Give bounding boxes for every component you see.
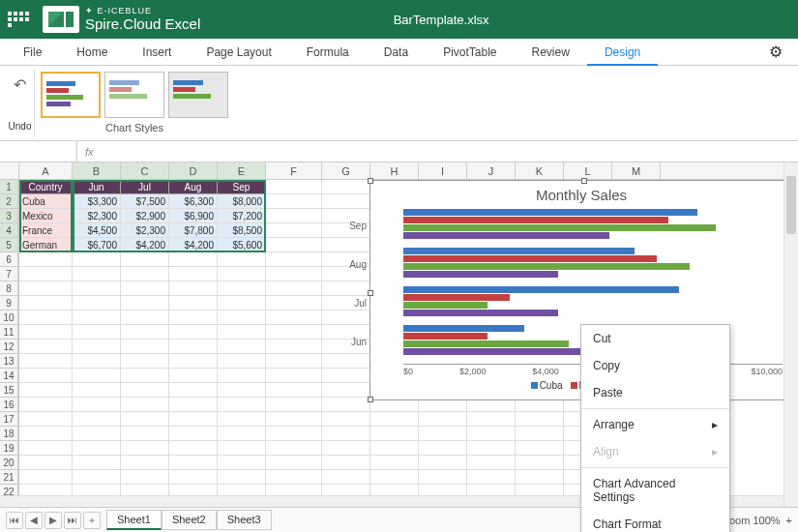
apps-icon[interactable] <box>0 4 39 35</box>
cell[interactable] <box>218 340 266 354</box>
cell[interactable] <box>218 252 266 267</box>
cell[interactable] <box>322 383 370 398</box>
cell[interactable] <box>19 281 73 296</box>
cell[interactable]: $2,300 <box>121 223 169 238</box>
cell[interactable] <box>121 252 169 267</box>
cell[interactable] <box>218 456 266 470</box>
cell[interactable] <box>266 296 322 310</box>
chart-style-1[interactable] <box>41 72 101 118</box>
cell[interactable] <box>322 470 370 485</box>
cell[interactable] <box>169 281 218 296</box>
cell[interactable] <box>266 383 322 398</box>
context-copy[interactable]: Copy <box>581 352 729 379</box>
cell[interactable] <box>266 281 322 296</box>
chart-bar[interactable] <box>403 302 488 309</box>
cell[interactable] <box>169 412 218 427</box>
menu-design[interactable]: Design <box>587 39 658 66</box>
cell[interactable]: $6,700 <box>73 238 121 252</box>
cell[interactable] <box>266 412 322 427</box>
cell[interactable] <box>121 398 169 412</box>
cell[interactable] <box>169 456 218 470</box>
vertical-scrollbar[interactable] <box>783 163 798 507</box>
cell[interactable] <box>266 209 322 223</box>
column-header[interactable]: F <box>266 163 322 179</box>
column-header[interactable]: J <box>467 163 516 179</box>
cell[interactable]: Jun <box>73 180 121 194</box>
context-chart-format[interactable]: Chart Format <box>581 511 729 532</box>
cell[interactable] <box>121 412 169 427</box>
cell[interactable] <box>218 383 266 398</box>
cell[interactable]: German <box>19 238 73 252</box>
menu-pivottable[interactable]: PivotTable <box>426 39 514 66</box>
cell[interactable] <box>322 369 370 383</box>
cell[interactable] <box>19 383 73 398</box>
cell[interactable] <box>19 427 73 441</box>
column-header[interactable]: K <box>516 163 564 179</box>
cell[interactable] <box>169 441 218 456</box>
cell[interactable]: $6,300 <box>169 194 218 209</box>
cell[interactable]: $7,500 <box>121 194 169 209</box>
cell[interactable] <box>266 252 322 267</box>
column-header[interactable]: L <box>564 163 612 179</box>
cell[interactable] <box>516 427 564 441</box>
column-header[interactable]: C <box>121 163 169 179</box>
context-paste[interactable]: Paste <box>581 379 729 406</box>
cell[interactable] <box>19 441 73 456</box>
cell[interactable] <box>218 427 266 441</box>
cell[interactable] <box>169 340 218 354</box>
zoom-in-button[interactable]: + <box>786 515 792 526</box>
add-sheet-button[interactable]: ＋ <box>83 512 101 529</box>
cell[interactable] <box>169 325 218 340</box>
settings-icon[interactable]: ⚙ <box>759 43 792 61</box>
cell[interactable]: Sep <box>218 180 266 194</box>
cell[interactable] <box>73 398 121 412</box>
cell[interactable]: $2,900 <box>121 209 169 223</box>
cell[interactable] <box>19 354 73 369</box>
cell[interactable] <box>19 470 73 485</box>
chart-bar[interactable] <box>403 294 510 301</box>
cell[interactable] <box>467 456 516 470</box>
cell[interactable] <box>370 470 419 485</box>
cell[interactable] <box>73 383 121 398</box>
cell[interactable]: $7,200 <box>218 209 266 223</box>
cell[interactable]: Country <box>19 180 73 194</box>
cell[interactable] <box>19 252 73 267</box>
cell[interactable] <box>266 194 322 209</box>
cell[interactable] <box>19 340 73 354</box>
cell[interactable] <box>266 470 322 485</box>
cell[interactable] <box>266 340 322 354</box>
cell[interactable] <box>266 267 322 281</box>
sheet-tab-sheet2[interactable]: Sheet2 <box>162 510 217 530</box>
column-header[interactable]: M <box>612 163 661 179</box>
row-header[interactable]: 12 <box>0 340 18 354</box>
cell[interactable] <box>218 267 266 281</box>
chart-bar[interactable] <box>403 263 690 270</box>
row-header[interactable]: 13 <box>0 354 18 369</box>
row-header[interactable]: 21 <box>0 470 18 485</box>
cell[interactable] <box>73 296 121 310</box>
cell[interactable] <box>467 470 516 485</box>
column-header[interactable]: A <box>19 163 73 179</box>
cell[interactable] <box>322 354 370 369</box>
menu-review[interactable]: Review <box>515 39 587 66</box>
chart-bar[interactable] <box>403 340 569 347</box>
cell[interactable] <box>73 310 121 325</box>
cell[interactable] <box>121 441 169 456</box>
cell[interactable] <box>169 252 218 267</box>
cell[interactable] <box>73 427 121 441</box>
context-arrange[interactable]: Arrange▸ <box>581 411 729 438</box>
cell[interactable] <box>121 456 169 470</box>
cell[interactable] <box>370 427 419 441</box>
column-header[interactable]: H <box>370 163 419 179</box>
row-header[interactable]: 5 <box>0 238 18 252</box>
cell[interactable] <box>467 427 516 441</box>
row-header[interactable]: 16 <box>0 398 18 412</box>
cell[interactable] <box>19 412 73 427</box>
cell[interactable] <box>73 252 121 267</box>
cell[interactable] <box>73 412 121 427</box>
column-header[interactable]: B <box>73 163 121 179</box>
row-header[interactable]: 20 <box>0 456 18 470</box>
cell[interactable] <box>169 427 218 441</box>
cell[interactable] <box>516 470 564 485</box>
cell[interactable] <box>121 470 169 485</box>
